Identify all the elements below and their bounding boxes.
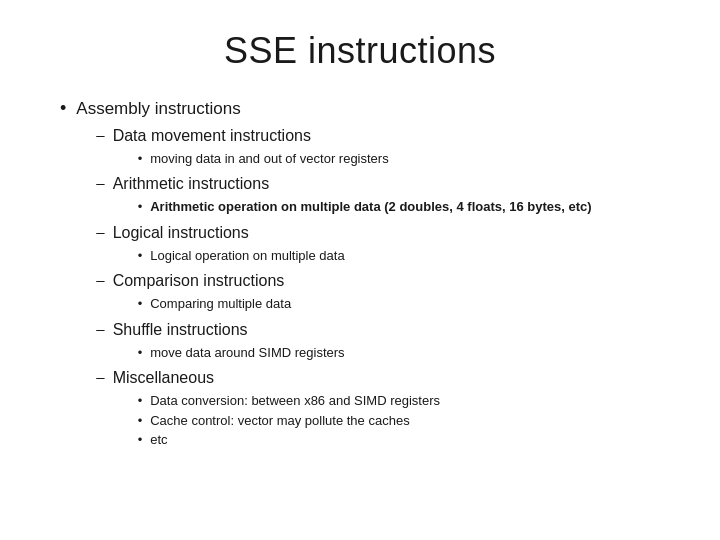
logical-label: Logical instructions [113, 224, 249, 241]
list-item-logical: – Logical instructions • Logical operati… [96, 221, 591, 269]
assembly-block: Assembly instructions – Data movement in… [76, 96, 591, 454]
small-dot-icon: • [138, 149, 143, 169]
arithmetic-block: Arithmetic instructions • Arithmetic ope… [113, 172, 592, 220]
logical-block: Logical instructions • Logical operation… [113, 221, 345, 269]
data-movement-details: • moving data in and out of vector regis… [138, 149, 389, 169]
shuffle-details: • move data around SIMD registers [138, 343, 345, 363]
shuffle-label: Shuffle instructions [113, 321, 248, 338]
miscellaneous-label: Miscellaneous [113, 369, 214, 386]
small-dot-icon: • [138, 246, 143, 266]
sub-list: – Data movement instructions • moving da… [96, 124, 591, 453]
small-dot-icon: • [138, 391, 143, 411]
detail-text: Arithmetic operation on multiple data (2… [150, 197, 591, 217]
list-item: • moving data in and out of vector regis… [138, 149, 389, 169]
detail-text: move data around SIMD registers [150, 343, 344, 363]
list-item: • etc [138, 430, 440, 450]
logical-details: • Logical operation on multiple data [138, 246, 345, 266]
dash-icon: – [96, 269, 104, 292]
small-dot-icon: • [138, 197, 143, 217]
miscellaneous-details: • Data conversion: between x86 and SIMD … [138, 391, 440, 450]
top-list: • Assembly instructions – Data movement … [60, 96, 670, 454]
list-item: • move data around SIMD registers [138, 343, 345, 363]
data-movement-block: Data movement instructions • moving data… [113, 124, 389, 172]
dash-icon: – [96, 318, 104, 341]
detail-text: Cache control: vector may pollute the ca… [150, 411, 409, 431]
dash-icon: – [96, 172, 104, 195]
small-dot-icon: • [138, 294, 143, 314]
small-dot-icon: • [138, 343, 143, 363]
list-item-assembly: • Assembly instructions – Data movement … [60, 96, 670, 454]
data-movement-label: Data movement instructions [113, 127, 311, 144]
comparison-block: Comparison instructions • Comparing mult… [113, 269, 291, 317]
list-item: • Data conversion: between x86 and SIMD … [138, 391, 440, 411]
dash-icon: – [96, 221, 104, 244]
list-item-arithmetic: – Arithmetic instructions • Arithmetic o… [96, 172, 591, 220]
detail-text: Logical operation on multiple data [150, 246, 344, 266]
detail-text: etc [150, 430, 167, 450]
comparison-details: • Comparing multiple data [138, 294, 291, 314]
slide-title: SSE instructions [50, 30, 670, 72]
slide: SSE instructions • Assembly instructions… [0, 0, 720, 540]
arithmetic-details: • Arithmetic operation on multiple data … [138, 197, 592, 217]
small-dot-icon: • [138, 411, 143, 431]
bullet-icon: • [60, 96, 66, 121]
list-item: • Cache control: vector may pollute the … [138, 411, 440, 431]
list-item-comparison: – Comparison instructions • Comparing mu… [96, 269, 591, 317]
assembly-label: Assembly instructions [76, 99, 240, 118]
list-item-miscellaneous: – Miscellaneous • Data conversion: betwe… [96, 366, 591, 453]
detail-text: moving data in and out of vector registe… [150, 149, 388, 169]
list-item-shuffle: – Shuffle instructions • move data aroun… [96, 318, 591, 366]
miscellaneous-block: Miscellaneous • Data conversion: between… [113, 366, 440, 453]
detail-text: Comparing multiple data [150, 294, 291, 314]
detail-text: Data conversion: between x86 and SIMD re… [150, 391, 440, 411]
dash-icon: – [96, 124, 104, 147]
shuffle-block: Shuffle instructions • move data around … [113, 318, 345, 366]
small-dot-icon: • [138, 430, 143, 450]
list-item: • Logical operation on multiple data [138, 246, 345, 266]
list-item-data-movement: – Data movement instructions • moving da… [96, 124, 591, 172]
content-area: • Assembly instructions – Data movement … [50, 96, 670, 456]
dash-icon: – [96, 366, 104, 389]
comparison-label: Comparison instructions [113, 272, 285, 289]
list-item: • Arithmetic operation on multiple data … [138, 197, 592, 217]
list-item: • Comparing multiple data [138, 294, 291, 314]
arithmetic-label: Arithmetic instructions [113, 175, 270, 192]
